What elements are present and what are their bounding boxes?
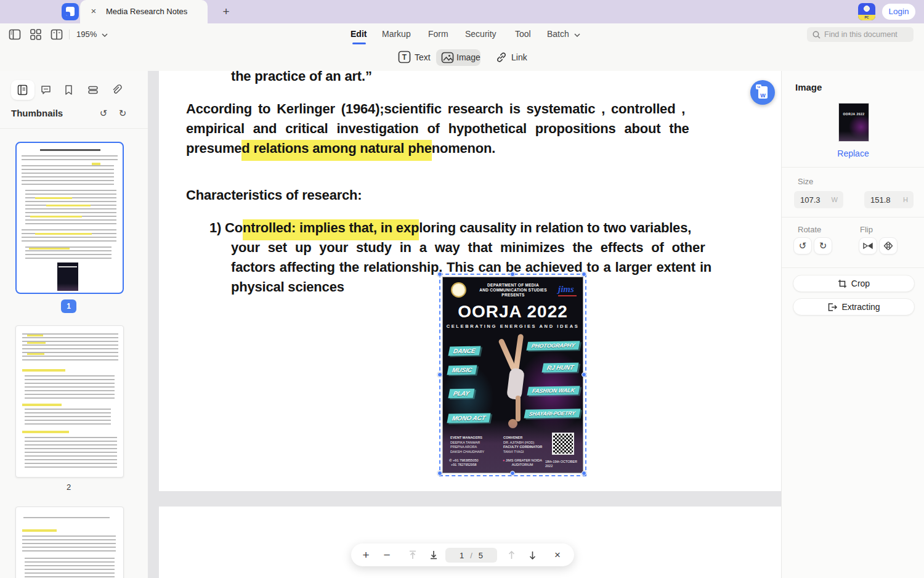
replace-link[interactable]: Replace xyxy=(782,149,924,158)
thumbnail-page-2[interactable] xyxy=(15,325,124,478)
page-2[interactable] xyxy=(159,507,781,578)
doc-heading: Characteristics of research: xyxy=(186,187,362,203)
resize-handle[interactable] xyxy=(582,372,586,377)
search-icon xyxy=(813,31,821,39)
resize-handle[interactable] xyxy=(510,272,515,277)
convert-to-word-button[interactable]: W ↪ xyxy=(750,80,775,105)
doc-text: physical sciences xyxy=(231,279,344,295)
search-input[interactable] xyxy=(824,27,910,42)
search-box[interactable] xyxy=(807,27,914,42)
doc-text: 1) Controlled: implies that, in explorin… xyxy=(209,220,691,236)
flip-horizontal-button[interactable] xyxy=(859,237,877,254)
highlighted-text: ntrolled: implies that, in exp xyxy=(243,219,419,240)
height-input[interactable] xyxy=(870,191,900,208)
thumbnail-page-3[interactable] xyxy=(15,507,124,578)
resize-handle[interactable] xyxy=(510,471,515,476)
bookmark-icon xyxy=(64,84,73,96)
highlighted-text: d relations among natural phe xyxy=(241,140,431,161)
link-tool-button[interactable]: Link xyxy=(495,50,527,66)
sidebar-divider xyxy=(0,128,148,129)
panel-divider xyxy=(782,167,924,168)
close-tab-icon[interactable]: × xyxy=(88,6,99,17)
menu-batch[interactable]: Batch xyxy=(547,29,569,39)
rotate-right-button[interactable]: ↻ xyxy=(117,108,128,119)
resize-handle[interactable] xyxy=(437,471,442,476)
chevron-down-icon xyxy=(574,33,580,37)
page-layout-icon[interactable] xyxy=(51,28,64,41)
go-to-top-button[interactable] xyxy=(405,543,420,566)
resize-handle[interactable] xyxy=(437,272,442,277)
crop-label: Crop xyxy=(851,279,870,288)
image-tool-button[interactable]: Image xyxy=(436,49,480,66)
close-pager-button[interactable]: × xyxy=(549,543,565,566)
panel-tab-stamps[interactable] xyxy=(81,80,105,100)
resize-handle[interactable] xyxy=(582,471,586,476)
zoom-in-button[interactable]: + xyxy=(359,543,373,566)
panel-tab-bookmarks[interactable] xyxy=(58,80,81,100)
go-to-bottom-button[interactable] xyxy=(426,543,441,566)
rotate-left-button[interactable]: ↺ xyxy=(98,108,109,119)
current-page: 1 xyxy=(460,551,464,560)
thumbnails-heading: Thumbnails xyxy=(11,108,63,118)
image-inspector-panel: Image OORJA 2022 Replace Size W H Rotate… xyxy=(781,71,924,578)
flip-vertical-button[interactable] xyxy=(879,237,898,254)
menu-edit[interactable]: Edit xyxy=(351,29,367,39)
comment-icon xyxy=(41,84,51,96)
thumbnails-icon xyxy=(17,84,28,96)
app-logo xyxy=(62,3,79,20)
doc-text: empirical and critical investigation of … xyxy=(186,121,689,137)
panel-tab-thumbnails[interactable] xyxy=(11,80,34,100)
doc-text: presumed relations among natural phenome… xyxy=(186,140,495,157)
zoom-level-value: 195% xyxy=(76,30,97,39)
toggle-sidebar-icon[interactable] xyxy=(9,28,22,41)
image-tool-label: Image xyxy=(456,52,480,62)
width-unit: W xyxy=(832,196,838,203)
next-page-button[interactable] xyxy=(525,543,540,566)
thumbnail-page-1[interactable] xyxy=(15,142,124,294)
text-tool-button[interactable]: T Text xyxy=(398,50,430,66)
doc-text: the practice of an art.” xyxy=(231,68,372,84)
image-preview: OORJA 2022 xyxy=(838,103,869,142)
new-tab-button[interactable]: + xyxy=(219,5,233,18)
page-navigation-toolbar: + − 1 / 5 × xyxy=(351,543,574,566)
doc-text: According to Kerlinger (1964);scientific… xyxy=(186,101,685,117)
resize-handle[interactable] xyxy=(437,372,442,377)
zoom-out-button[interactable]: − xyxy=(379,543,394,566)
extract-label: Extracting xyxy=(841,302,880,312)
height-unit: H xyxy=(903,196,908,203)
inspector-title: Image xyxy=(795,82,822,92)
grid-view-icon[interactable] xyxy=(30,28,43,41)
extract-button[interactable]: Extracting xyxy=(793,298,915,315)
crop-button[interactable]: Crop xyxy=(793,275,915,292)
previous-page-button[interactable] xyxy=(504,543,519,566)
panel-tab-attachments[interactable] xyxy=(105,80,128,100)
height-field[interactable]: H xyxy=(864,191,914,208)
extract-icon xyxy=(827,303,837,312)
panel-tab-comments[interactable] xyxy=(34,80,58,100)
toolbar-divider xyxy=(69,30,70,39)
resize-handle[interactable] xyxy=(582,272,586,277)
account-avatar[interactable]: PC xyxy=(858,3,875,20)
tab-title: Media Research Notes xyxy=(106,7,187,16)
width-field[interactable]: W xyxy=(794,191,843,208)
rotate-right-button[interactable]: ↻ xyxy=(814,237,832,254)
rotate-left-button[interactable]: ↺ xyxy=(793,237,812,254)
paperclip-icon xyxy=(111,84,122,96)
menu-tool[interactable]: Tool xyxy=(515,29,531,39)
width-input[interactable] xyxy=(800,191,830,208)
login-button[interactable]: Login xyxy=(882,4,915,20)
flip-label: Flip xyxy=(860,225,873,234)
menu-markup[interactable]: Markup xyxy=(382,29,411,39)
zoom-level-control[interactable]: 195% xyxy=(76,28,108,41)
total-pages: 5 xyxy=(479,551,483,560)
page-indicator[interactable]: 1 / 5 xyxy=(445,548,497,563)
document-tab[interactable]: × Media Research Notes xyxy=(80,0,208,23)
active-menu-underline xyxy=(352,43,366,44)
avatar-badge: PC xyxy=(858,15,875,20)
crop-icon xyxy=(838,279,847,288)
menu-form[interactable]: Form xyxy=(428,29,448,39)
doc-text: your set up your study in a way that min… xyxy=(231,240,705,256)
page-2-number: 2 xyxy=(67,482,71,492)
layers-icon xyxy=(87,84,99,96)
menu-security[interactable]: Security xyxy=(465,29,496,39)
